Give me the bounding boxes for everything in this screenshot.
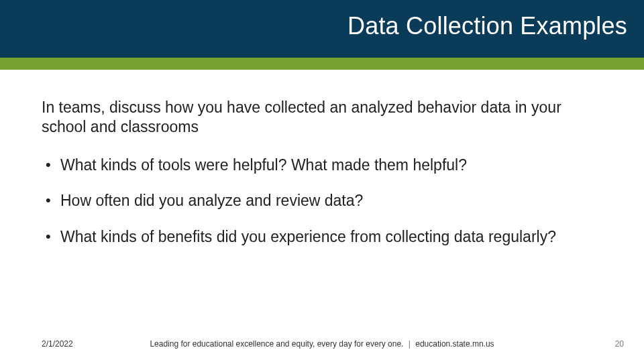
slide-body: In teams, discuss how you have collected…	[42, 98, 605, 263]
bullet-item: What kinds of benefits did you experienc…	[42, 227, 605, 247]
slide-footer: 2/1/2022 Leading for educational excelle…	[0, 335, 644, 349]
footer-site: education.state.mn.us	[415, 339, 494, 349]
lead-paragraph: In teams, discuss how you have collected…	[42, 98, 605, 137]
footer-tagline-text: Leading for educational excellence and e…	[150, 339, 403, 349]
footer-page-number: 20	[615, 339, 624, 349]
footer-tagline: Leading for educational excellence and e…	[0, 339, 644, 349]
bullet-item: How often did you analyze and review dat…	[42, 191, 605, 211]
accent-bar	[0, 58, 644, 70]
slide: Data Collection Examples In teams, discu…	[0, 0, 644, 362]
bullet-list: What kinds of tools were helpful? What m…	[42, 156, 605, 248]
slide-title: Data Collection Examples	[347, 12, 627, 40]
bullet-item: What kinds of tools were helpful? What m…	[42, 156, 605, 176]
footer-separator: |	[409, 339, 411, 349]
